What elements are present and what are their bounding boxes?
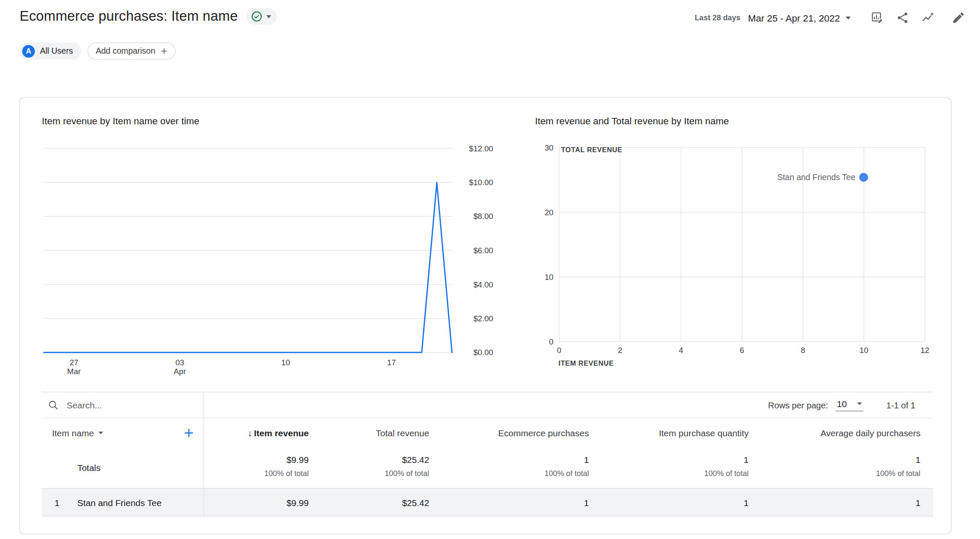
date-range-picker[interactable]: Mar 25 - Apr 21, 2022 [748,12,851,23]
pencil-icon [952,11,966,25]
share-icon [896,11,910,25]
row-item-name: Stan and Friends Tee [77,497,162,507]
plus-icon: + [161,46,167,56]
report-header: Ecommerce purchases: Item name [19,8,277,25]
date-preset-label: Last 28 days [695,13,740,22]
dimension-header-cell: Item name [42,426,203,440]
customize-chart-button[interactable] [865,6,890,29]
totals-percent: 100% of total [321,469,429,478]
plus-icon [182,426,196,440]
svg-text:12: 12 [920,346,929,355]
table-toolbar: Rows per page: 10 1-1 of 1 [42,392,933,418]
search-icon [47,399,59,411]
add-dimension-button[interactable] [182,426,196,440]
svg-text:10: 10 [545,273,553,282]
svg-text:20: 20 [545,208,553,217]
pagination-status: 1-1 of 1 [886,400,915,410]
svg-text:2: 2 [618,346,622,355]
totals-percent: 100% of total [761,469,920,478]
chevron-down-icon [846,16,851,19]
svg-text:10: 10 [860,346,868,355]
totals-cell: $9.99 100% of total [203,447,321,488]
totals-value: 1 [442,454,589,465]
check-circle-icon [250,10,263,23]
svg-text:$12.00: $12.00 [469,144,493,153]
dimension-cell: 1 Stan and Friends Tee [42,497,203,507]
totals-value: 1 [761,454,920,465]
totals-value: $25.42 [321,454,429,465]
chevron-down-icon [266,15,271,18]
svg-text:Apr: Apr [174,367,186,376]
insights-icon [921,11,935,25]
svg-text:$0.00: $0.00 [474,348,493,357]
table-header-row: Item name ↓Item revenue Total revenue [42,419,933,447]
column-header-item-purchase-quantity[interactable]: Item purchase quantity [602,427,761,438]
column-header-total-revenue[interactable]: Total revenue [321,427,442,438]
row-rank: 1 [55,497,77,507]
totals-cell: $25.42 100% of total [321,447,442,488]
item-name-label: Item name [52,427,94,438]
chevron-down-icon [857,402,862,405]
svg-text:Stan and Friends Tee: Stan and Friends Tee [777,172,855,182]
item-name-column-header[interactable]: Item name [52,427,104,438]
svg-text:4: 4 [679,346,683,355]
column-label: Average daily purchasers [821,427,920,438]
rows-per-page-select[interactable]: 10 [836,399,864,411]
totals-percent: 100% of total [602,469,749,478]
row-value-item-purchase-quantity: 1 [602,497,761,507]
svg-text:ITEM REVENUE: ITEM REVENUE [558,359,614,367]
report-status-dropdown[interactable] [246,8,277,25]
share-button[interactable] [890,6,915,29]
column-label: Ecommerce purchases [498,427,589,438]
ga4-report-page: Ecommerce purchases: Item name Last 28 d… [0,0,980,539]
comparison-chips: A All Users Add comparison + [19,42,175,59]
sort-desc-icon: ↓ [248,427,252,438]
add-comparison-chip[interactable]: Add comparison + [88,42,175,59]
svg-text:6: 6 [740,346,744,355]
column-header-average-daily-purchasers[interactable]: Average daily purchasers [761,427,933,438]
add-comparison-label: Add comparison [96,46,155,55]
chevron-down-icon [99,431,104,434]
totals-percent: 100% of total [203,469,309,478]
column-label: Item revenue [254,427,309,438]
page-title: Ecommerce purchases: Item name [19,8,238,25]
report-card: Item revenue by Item name over time Item… [19,97,952,534]
column-label: Item purchase quantity [659,427,748,438]
customize-chart-icon [871,11,884,25]
all-users-chip[interactable]: A All Users [19,42,81,59]
all-users-label: All Users [40,46,73,55]
totals-cell: 1 100% of total [761,447,933,488]
totals-percent: 100% of total [442,469,589,478]
column-header-ecommerce-purchases[interactable]: Ecommerce purchases [442,427,602,438]
svg-text:$4.00: $4.00 [474,280,493,289]
totals-value: $9.99 [203,454,309,465]
comparison-avatar: A [22,45,35,57]
edit-report-button[interactable] [946,6,971,29]
svg-text:$8.00: $8.00 [474,212,493,221]
column-label: Total revenue [376,427,429,438]
svg-text:TOTAL REVENUE: TOTAL REVENUE [561,146,622,153]
totals-cell: 1 100% of total [602,447,761,488]
svg-text:$10.00: $10.00 [469,178,493,187]
svg-text:17: 17 [387,358,396,367]
data-table: Rows per page: 10 1-1 of 1 Item name [42,392,933,517]
row-value-total-revenue: $25.42 [321,497,442,507]
insights-button[interactable] [915,6,941,29]
svg-text:27: 27 [70,358,79,367]
rows-per-page-value: 10 [837,399,847,409]
svg-text:0: 0 [549,337,553,346]
line-chart-title: Item revenue by Item name over time [42,115,200,126]
row-value-ecommerce-purchases: 1 [442,497,602,507]
table-row: 1 Stan and Friends Tee $9.99 $25.42 1 1 … [42,488,933,517]
row-value-item-revenue: $9.99 [203,497,321,507]
svg-text:10: 10 [281,358,290,367]
date-range-value: Mar 25 - Apr 21, 2022 [748,12,840,23]
report-toolbar: Last 28 days Mar 25 - Apr 21, 2022 [695,6,971,29]
column-header-item-revenue[interactable]: ↓Item revenue [203,427,321,438]
svg-text:$2.00: $2.00 [474,314,493,323]
scatter-chart-title: Item revenue and Total revenue by Item n… [535,115,728,126]
svg-text:$6.00: $6.00 [474,246,493,255]
totals-row: Totals $9.99 100% of total $25.42 100% o… [42,447,933,488]
totals-cell: 1 100% of total [442,447,602,488]
search-input[interactable] [65,399,768,411]
